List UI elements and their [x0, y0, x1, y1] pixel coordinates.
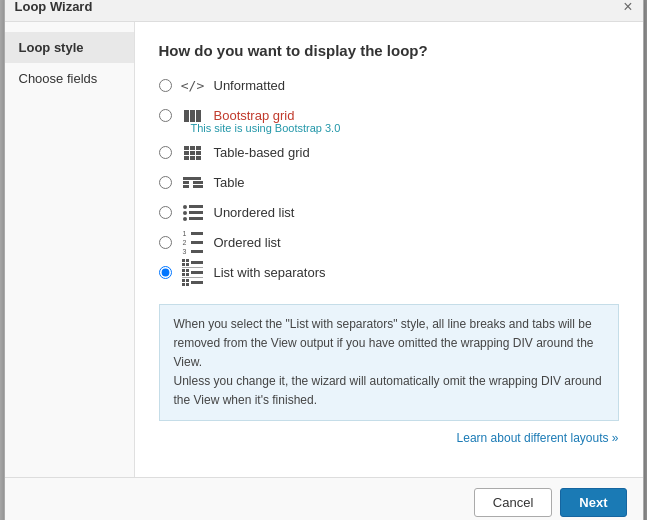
- dialog-footer: Cancel Next: [5, 477, 643, 520]
- info-box: When you select the "List with separator…: [159, 304, 619, 422]
- option-tablegrid-label: Table-based grid: [214, 145, 310, 160]
- learn-link[interactable]: Learn about different layouts »: [159, 431, 619, 445]
- list-item: </> Unformatted: [159, 75, 619, 97]
- option-table-radio[interactable]: [159, 176, 172, 189]
- options-list: </> Unformatted Bootstrap g: [159, 75, 619, 284]
- option-bootstrap-sub: This site is using Bootstrap 3.0: [191, 122, 619, 134]
- unordered-list-icon: [182, 202, 204, 224]
- option-bootstrap-radio[interactable]: [159, 109, 172, 122]
- main-content: How do you want to display the loop? </>…: [135, 22, 643, 478]
- list-item: Table-based grid: [159, 142, 619, 164]
- sidebar: Loop style Choose fields: [5, 22, 135, 478]
- list-item: 1 2 3 Ordered list: [159, 232, 619, 254]
- next-button[interactable]: Next: [560, 488, 626, 517]
- table-grid-icon: [182, 142, 204, 164]
- info-text: When you select the "List with separator…: [174, 317, 602, 408]
- list-item: Unordered list: [159, 202, 619, 224]
- option-unformatted-label: Unformatted: [214, 78, 286, 93]
- table-icon: [182, 172, 204, 194]
- option-unformatted-radio[interactable]: [159, 79, 172, 92]
- option-tablegrid-radio[interactable]: [159, 146, 172, 159]
- option-seplist-radio[interactable]: [159, 266, 172, 279]
- list-item: Table: [159, 172, 619, 194]
- code-icon: </>: [182, 75, 204, 97]
- page-title: How do you want to display the loop?: [159, 42, 619, 59]
- dialog-title: Loop Wizard: [15, 0, 93, 14]
- cancel-button[interactable]: Cancel: [474, 488, 552, 517]
- close-icon[interactable]: ×: [623, 0, 632, 15]
- option-ulist-radio[interactable]: [159, 206, 172, 219]
- option-ulist-label: Unordered list: [214, 205, 295, 220]
- option-olist-label: Ordered list: [214, 235, 281, 250]
- ordered-list-icon: 1 2 3: [182, 232, 204, 254]
- list-separators-icon: [182, 262, 204, 284]
- loop-wizard-dialog: Loop Wizard × Loop style Choose fields H…: [4, 0, 644, 520]
- option-olist-radio[interactable]: [159, 236, 172, 249]
- option-bootstrap-label: Bootstrap grid: [214, 108, 295, 123]
- option-seplist-label: List with separators: [214, 265, 326, 280]
- dialog-body: Loop style Choose fields How do you want…: [5, 22, 643, 478]
- sidebar-item-loop-style[interactable]: Loop style: [5, 32, 134, 63]
- dialog-titlebar: Loop Wizard ×: [5, 0, 643, 22]
- sidebar-item-choose-fields[interactable]: Choose fields: [5, 63, 134, 94]
- list-item: Bootstrap grid This site is using Bootst…: [159, 105, 619, 134]
- list-item: List with separators: [159, 262, 619, 284]
- option-table-label: Table: [214, 175, 245, 190]
